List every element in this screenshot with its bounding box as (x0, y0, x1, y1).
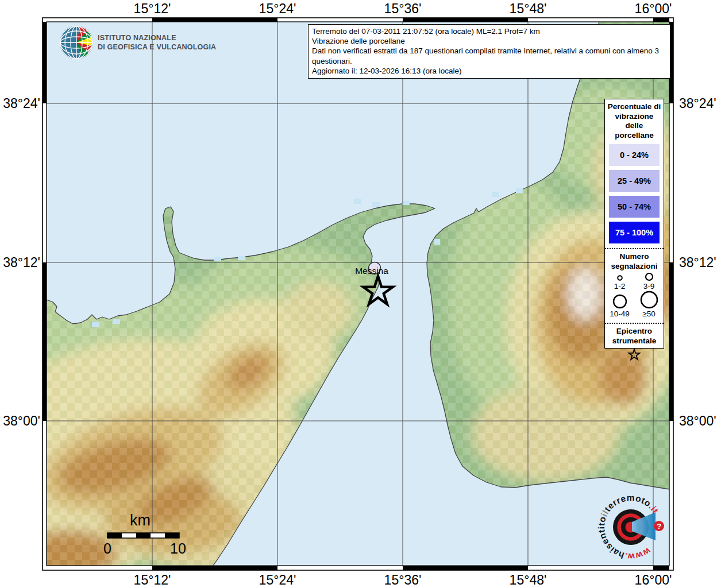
legend-class-0: 0 - 24% (609, 144, 660, 166)
legend-counts-grid: 1-2 3-9 10-49 ≥50 (605, 272, 664, 318)
count-symbol-10-49: 10-49 (605, 291, 634, 318)
lon-label-bottom-0: 15°12' (134, 572, 171, 587)
lon-label-top-2: 15°36' (384, 1, 422, 16)
lon-label-bottom-2: 15°36' (384, 572, 422, 587)
city-label-messina: Messina (355, 266, 388, 276)
scale-unit-label: km (130, 512, 151, 529)
legend-separator-1 (605, 248, 664, 249)
ingv-logo-text-line1: ISTITUTO NAZIONALE (98, 34, 176, 42)
legend-class-2-label: 50 - 74% (618, 202, 651, 211)
legend-title: Percentuale di vibrazione delle porcella… (606, 102, 662, 140)
lon-label-top-0: 15°12' (134, 1, 171, 16)
lat-label-right-1: 38°12' (679, 255, 716, 270)
event-effect-line: Vibrazione delle porcellane (312, 36, 666, 46)
legend-class-0-label: 0 - 24% (620, 150, 649, 160)
epicenter-star-legend-icon (627, 348, 642, 362)
ingv-logo-text-line2: DI GEOFISICA E VULCANOLOGIA (98, 43, 216, 51)
lon-label-bottom-1: 15°24' (259, 572, 296, 587)
lon-label-top-1: 15°24' (259, 1, 296, 16)
question-mark-label: ? (657, 522, 661, 531)
event-info-box: Terremoto del 07-03-2011 21:07:52 (ora l… (308, 24, 670, 79)
count-symbol-3-9: 3-9 (634, 272, 664, 291)
lat-label-right-2: 38°00' (679, 413, 716, 428)
lat-label-left-2: 38°00' (3, 413, 40, 428)
count-circle-medium-icon (645, 272, 654, 281)
lat-label-left-0: 38°24' (3, 96, 40, 111)
count-symbol-50plus: ≥50 (634, 291, 664, 318)
hsit-map-page: Messina 15°12' 15°24' 15°36' 15°48' 16°0… (0, 0, 721, 588)
event-data-note-line: Dati non verificati estratti da 187 ques… (312, 46, 666, 65)
count-circle-small-icon (616, 274, 623, 281)
lon-label-bottom-4: 16°00' (635, 572, 672, 587)
lon-label-top-3: 15°48' (510, 1, 547, 16)
legend-epicenter-symbol (605, 348, 664, 362)
legend-separator-2 (605, 323, 664, 324)
legend-epicenter-title: Epicentro strumentale (605, 326, 664, 346)
scale-bar-segments (107, 533, 179, 538)
legend-class-1-label: 25 - 49% (618, 176, 651, 185)
legend-class-3: 75 - 100% (609, 222, 660, 243)
legend-counts-title: Numero segnalazioni (605, 252, 664, 271)
count-label-50plus: ≥50 (642, 310, 655, 318)
count-label-10-49: 10-49 (610, 310, 630, 318)
count-circle-xlarge-icon (639, 291, 659, 309)
scale-start-label: 0 (103, 540, 111, 556)
lon-label-top-4: 16°00' (635, 1, 672, 16)
count-label-3-9: 3-9 (643, 282, 655, 291)
legend-class-2: 50 - 74% (609, 196, 660, 218)
map-terrain (0, 22, 684, 578)
count-label-1-2: 1-2 (614, 282, 626, 291)
event-updated-line: Aggiornato il: 12-03-2026 16:13 (ora loc… (312, 66, 666, 76)
event-title-line: Terremoto del 07-03-2011 21:07:52 (ora l… (312, 26, 666, 36)
count-circle-large-icon (612, 294, 628, 309)
legend-class-1: 25 - 49% (609, 170, 660, 192)
lon-label-bottom-3: 15°48' (510, 572, 547, 587)
count-symbol-1-2: 1-2 (605, 272, 634, 291)
lat-label-right-0: 38°24' (679, 96, 716, 111)
legend-class-3-label: 75 - 100% (615, 228, 653, 237)
map-legend: Percentuale di vibrazione delle porcella… (604, 99, 664, 349)
lat-label-left-1: 38°12' (3, 255, 40, 270)
scale-end-label: 10 (170, 540, 186, 556)
